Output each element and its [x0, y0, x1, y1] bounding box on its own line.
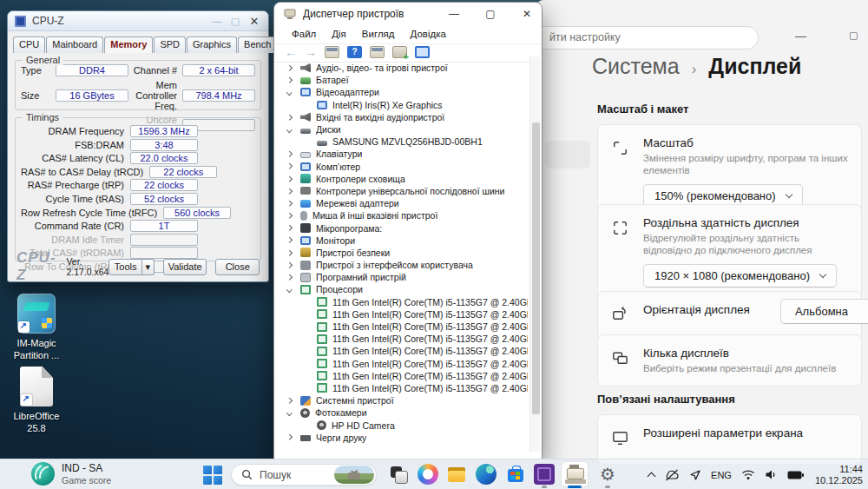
- tree-item[interactable]: 11th Gen Intel(R) Core(TM) i5-1135G7 @ 2…: [304, 345, 528, 357]
- tools-dropdown-arrow[interactable]: ▾: [142, 259, 155, 275]
- wifi-icon[interactable]: [741, 469, 755, 480]
- tree-item[interactable]: Мікропрограма:: [287, 221, 528, 234]
- menu-item-довідка[interactable]: Довідка: [404, 27, 453, 41]
- chevron-right-icon[interactable]: [286, 398, 292, 403]
- settings-gear-icon[interactable]: ⚙: [597, 464, 618, 485]
- cpuz-tab-graphics[interactable]: Graphics: [187, 36, 237, 53]
- microsoft-store-icon[interactable]: [505, 464, 526, 485]
- tree-item[interactable]: Процесори: [287, 283, 528, 295]
- file-explorer-icon[interactable]: [446, 464, 467, 485]
- tree-item[interactable]: Фотокамери: [287, 406, 528, 419]
- card-dropdown[interactable]: 1920 × 1080 (рекомендовано): [643, 264, 837, 287]
- tools-button[interactable]: Tools: [108, 259, 141, 275]
- cpuz-maximize-button[interactable]: ▢: [229, 16, 241, 27]
- menu-item-дія[interactable]: Дія: [325, 27, 353, 41]
- validate-button[interactable]: Validate: [163, 259, 207, 275]
- orientation-dropdown[interactable]: Альбомна: [780, 299, 868, 324]
- tree-item[interactable]: 11th Gen Intel(R) Core(TM) i5-1135G7 @ 2…: [304, 296, 528, 308]
- chevron-right-icon[interactable]: [286, 65, 292, 70]
- tree-item[interactable]: 11th Gen Intel(R) Core(TM) i5-1135G7 @ 2…: [304, 320, 528, 333]
- tree-item[interactable]: Диски: [287, 123, 528, 135]
- settings-minimize-button[interactable]: —: [795, 30, 806, 43]
- tree-item[interactable]: Мережеві адаптери: [287, 197, 528, 209]
- tree-item[interactable]: Аудіо-, відео- та ігрові пристрої: [287, 62, 528, 74]
- tree-item[interactable]: Батареї: [287, 74, 528, 86]
- desktop-icon-im-magic[interactable]: IM-Magic Partition ...: [2, 294, 71, 361]
- tree-item[interactable]: 11th Gen Intel(R) Core(TM) i5-1135G7 @ 2…: [304, 308, 528, 320]
- chevron-down-icon[interactable]: [286, 89, 292, 95]
- settings-card-resolution[interactable]: Роздільна здатність дисплеяВідрегулюйте …: [597, 204, 862, 300]
- chevron-down-icon[interactable]: [286, 410, 292, 415]
- chevron-right-icon[interactable]: [286, 238, 292, 243]
- chevron-right-icon[interactable]: [286, 151, 292, 156]
- cpuz-tab-memory[interactable]: Memory: [104, 36, 153, 53]
- chevron-down-icon[interactable]: [286, 127, 292, 132]
- tree-item[interactable]: Черги друку: [287, 432, 528, 444]
- menu-item-вигляд[interactable]: Вигляд: [355, 27, 402, 41]
- cpuz-minimize-button[interactable]: —: [211, 16, 223, 26]
- settings-card-orientation[interactable]: Орієнтація дисплеяАльбомна: [597, 291, 862, 340]
- chevron-right-icon[interactable]: [286, 201, 292, 206]
- chevron-right-icon[interactable]: [286, 262, 292, 268]
- device-tree-scrollbar[interactable]: [529, 56, 540, 452]
- chevron-down-icon[interactable]: [286, 287, 292, 292]
- tree-item[interactable]: HP HD Camera: [304, 419, 528, 431]
- cpuz-tab-spd[interactable]: SPD: [154, 36, 186, 53]
- tree-item[interactable]: Пристрої безпеки: [287, 247, 528, 259]
- onedrive-paused-icon[interactable]: [664, 469, 680, 481]
- chevron-right-icon[interactable]: [286, 77, 292, 83]
- tree-item[interactable]: 11th Gen Intel(R) Core(TM) i5-1135G7 @ 2…: [304, 382, 528, 394]
- settings-card-advanced-display[interactable]: Розширені параметри екрана: [597, 414, 862, 464]
- chevron-right-icon[interactable]: [286, 115, 292, 120]
- close-button[interactable]: Close: [215, 259, 260, 275]
- language-indicator[interactable]: ENG: [711, 470, 732, 480]
- settings-search-input[interactable]: йти настройку: [533, 26, 759, 50]
- edge-browser-icon[interactable]: [476, 464, 496, 485]
- breadcrumb-system[interactable]: Система: [592, 54, 680, 79]
- cpuz-tab-mainboard[interactable]: Mainboard: [46, 36, 103, 53]
- tree-item[interactable]: 11th Gen Intel(R) Core(TM) i5-1135G7 @ 2…: [304, 358, 528, 370]
- tree-item[interactable]: Програмний пристрій: [287, 271, 528, 283]
- chevron-right-icon[interactable]: [286, 274, 292, 280]
- settings-sidebar-selected-item[interactable]: [545, 141, 590, 169]
- settings-maximize-button[interactable]: ▢: [849, 30, 858, 41]
- device-manager-taskbar-button-active[interactable]: [561, 461, 589, 487]
- volume-icon[interactable]: [765, 469, 778, 480]
- tree-item[interactable]: Контролери універсальної послідовної шин…: [287, 185, 528, 197]
- chevron-right-icon[interactable]: [286, 213, 292, 218]
- chevron-right-icon[interactable]: [286, 250, 292, 255]
- tree-item[interactable]: Відеоадаптери: [287, 86, 528, 98]
- tree-item[interactable]: Вхідні та вихідні аудіопристрої: [287, 111, 528, 123]
- tree-item[interactable]: Миша й інші вказівні пристрої: [287, 209, 528, 221]
- cpuz-tab-bench[interactable]: Bench: [238, 36, 277, 53]
- tree-item[interactable]: Комп’ютер: [287, 161, 528, 173]
- tree-item[interactable]: Пристрої з інтерфейсом користувача: [287, 259, 528, 271]
- tree-item[interactable]: Системні пристрої: [287, 394, 528, 406]
- desktop-icon-libreoffice[interactable]: LibreOffice 25.8: [2, 367, 71, 434]
- location-icon[interactable]: [689, 469, 701, 481]
- taskbar-search[interactable]: Пошук: [231, 464, 377, 486]
- tree-item[interactable]: Монітори: [287, 235, 528, 247]
- start-button[interactable]: [202, 465, 222, 485]
- battery-icon[interactable]: [787, 471, 804, 479]
- chevron-right-icon[interactable]: [286, 188, 292, 194]
- cpu-z-taskbar-icon[interactable]: [534, 464, 555, 485]
- menu-item-файл[interactable]: Файл: [285, 27, 323, 41]
- copilot-icon[interactable]: [418, 464, 438, 485]
- device-manager-minimize-button[interactable]: —: [439, 3, 469, 24]
- tray-chevron-up-icon[interactable]: [648, 472, 656, 480]
- tree-item[interactable]: SAMSUNG MZVLQ256HBJD-00BH1: [304, 135, 528, 148]
- tree-item[interactable]: 11th Gen Intel(R) Core(TM) i5-1135G7 @ 2…: [304, 370, 528, 382]
- chevron-right-icon[interactable]: [286, 435, 292, 440]
- tree-item[interactable]: Контролери сховища: [287, 173, 528, 185]
- cpuz-tab-cpu[interactable]: CPU: [13, 36, 45, 53]
- tree-item[interactable]: 11th Gen Intel(R) Core(TM) i5-1135G7 @ 2…: [304, 333, 528, 345]
- chevron-right-icon[interactable]: [286, 176, 292, 182]
- chevron-right-icon[interactable]: [286, 225, 292, 230]
- clock[interactable]: 11:44 10.12.2025: [815, 464, 863, 486]
- tree-item[interactable]: Клавіатури: [287, 148, 528, 160]
- device-manager-close-icon[interactable]: ✕: [512, 3, 542, 24]
- scrollbar-thumb[interactable]: [532, 122, 540, 414]
- chevron-right-icon[interactable]: [286, 163, 292, 169]
- tree-item[interactable]: Intel(R) Iris(R) Xe Graphics: [304, 99, 528, 111]
